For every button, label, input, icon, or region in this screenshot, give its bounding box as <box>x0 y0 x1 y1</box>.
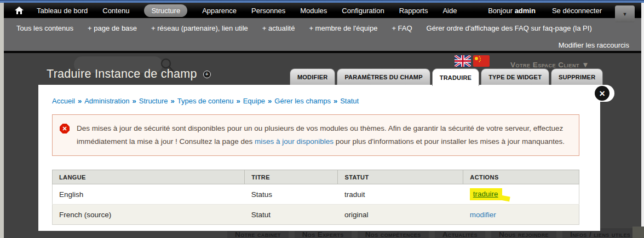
screen: Tableau de bord Contenu Structure Appare… <box>0 0 644 238</box>
cell-langue: French (source) <box>53 205 245 225</box>
admin-toolbar: Tableau de bord Contenu Structure Appare… <box>4 3 641 18</box>
cell-statut: original <box>338 205 463 225</box>
breadcrumb-accueil[interactable]: Accueil <box>52 97 75 105</box>
translations-table: LANGUE TITRE STATUT ACTIONS English Stat… <box>52 170 579 225</box>
shortcut-faq[interactable]: + FAQ <box>392 24 412 32</box>
traduire-link-highlighted[interactable]: traduire <box>470 188 502 200</box>
updates-available-link[interactable]: mises à jour disponibles <box>255 137 334 146</box>
china-flag-icon[interactable] <box>473 55 490 67</box>
toolbar-toggle-button[interactable]: ▼ <box>615 5 635 22</box>
admin-item-contenu[interactable]: Contenu <box>102 7 129 15</box>
translate-modal: ✕ Accueil»Administration»Structure»Types… <box>38 85 600 231</box>
breadcrumb-separator: » <box>236 97 240 105</box>
admin-menu: Tableau de bord Contenu Structure Appare… <box>37 4 457 17</box>
shortcut-membre-equipe[interactable]: + membre de l'équipe <box>309 24 377 32</box>
breadcrumb: Accueil»Administration»Structure»Types d… <box>52 97 359 105</box>
column-header-statut: STATUT <box>338 170 463 184</box>
security-error-message: ✕ Des mises à jour de sécurité sont disp… <box>52 114 579 156</box>
espace-client-link[interactable]: Votre Espace Client ▼ <box>510 61 589 69</box>
admin-item-personnes[interactable]: Personnes <box>251 7 285 15</box>
close-icon[interactable]: ✕ <box>595 86 610 101</box>
window-top-border <box>0 0 644 3</box>
tab-modifier[interactable]: MODIFIER <box>290 68 335 85</box>
breadcrumb-equipe[interactable]: Equipe <box>243 97 265 105</box>
column-header-titre: TITRE <box>245 170 338 184</box>
chevron-down-icon: ▼ <box>623 11 628 17</box>
uk-flag-icon[interactable] <box>455 55 471 67</box>
page-title: Traduire Instance de champ + <box>47 67 211 81</box>
admin-item-configuration[interactable]: Configuration <box>342 7 384 15</box>
admin-item-tableau-de-bord[interactable]: Tableau de bord <box>37 7 88 15</box>
breadcrumb-separator: » <box>78 97 82 105</box>
table-row-english: English Status traduit traduire <box>53 184 579 205</box>
user-greeting: Bonjour admin <box>488 7 536 15</box>
column-header-actions: ACTIONS <box>463 170 579 184</box>
tab-parametres-du-champ[interactable]: PARAMÈTRES DU CHAMP <box>337 68 430 85</box>
shortcut-bar: Tous les contenus + page de base + résea… <box>4 18 641 53</box>
cell-titre: Status <box>245 184 338 205</box>
scrollbar-corner <box>633 227 644 238</box>
tab-traduire[interactable]: TRADUIRE <box>432 68 479 86</box>
shortcut-tous-les-contenus[interactable]: Tous les contenus <box>16 24 73 32</box>
admin-item-aide[interactable]: Aide <box>442 7 457 15</box>
admin-item-modules[interactable]: Modules <box>300 7 327 15</box>
edit-shortcuts-link[interactable]: Modifier les raccourcis <box>559 41 629 49</box>
breadcrumb-separator: » <box>133 97 136 105</box>
home-icon[interactable] <box>15 7 24 14</box>
admin-item-rapports[interactable]: Rapports <box>399 7 428 15</box>
window-right-edge <box>641 3 644 238</box>
tab-supprimer[interactable]: SUPPRIMER <box>551 68 603 85</box>
modifier-link[interactable]: modifier <box>470 211 496 219</box>
shortcut-gerer-ordre-faq[interactable]: Gérer ordre d'affichage des FAQ sur faq-… <box>427 24 592 32</box>
column-header-langue: LANGUE <box>53 170 245 184</box>
breadcrumb-statut[interactable]: Statut <box>340 97 359 105</box>
breadcrumb-administration[interactable]: Administration <box>84 97 129 105</box>
error-icon: ✕ <box>60 124 70 133</box>
breadcrumb-gerer-les-champs[interactable]: Gérer les champs <box>274 97 331 105</box>
shortcut-actualite[interactable]: + actualité <box>262 24 295 32</box>
shortcut-reseau-partenaire[interactable]: + réseau (partenaire), lien utile <box>151 24 248 32</box>
table-header-row: LANGUE TITRE STATUT ACTIONS <box>53 170 579 184</box>
cell-langue: English <box>53 184 245 205</box>
cell-titre: Statut <box>245 205 338 225</box>
tab-type-de-widget[interactable]: TYPE DE WIDGET <box>481 68 549 85</box>
shortcut-page-de-base[interactable]: + page de base <box>88 24 137 32</box>
breadcrumb-separator: » <box>268 97 272 105</box>
dimmed-page-overlay: Traduire Instance de champ + Votre Espac… <box>4 55 641 238</box>
window-left-edge <box>0 3 4 238</box>
breadcrumb-separator: » <box>171 97 175 105</box>
username: admin <box>515 7 536 15</box>
table-row-french: French (source) Statut original modifier <box>53 205 579 225</box>
local-tasks-tabs: MODIFIER PARAMÈTRES DU CHAMP TRADUIRE TY… <box>290 68 603 85</box>
error-text-after: pour plus d'informations et pour install… <box>334 137 565 146</box>
breadcrumb-structure[interactable]: Structure <box>139 97 168 105</box>
admin-item-apparence[interactable]: Apparence <box>202 7 237 15</box>
breadcrumb-types-de-contenu[interactable]: Types de contenu <box>177 97 234 105</box>
logout-link[interactable]: Se déconnecter <box>552 7 602 15</box>
help-icon[interactable]: + <box>203 71 211 78</box>
cell-statut: traduit <box>338 184 463 205</box>
breadcrumb-separator: » <box>334 97 337 105</box>
admin-item-structure[interactable]: Structure <box>144 4 187 17</box>
